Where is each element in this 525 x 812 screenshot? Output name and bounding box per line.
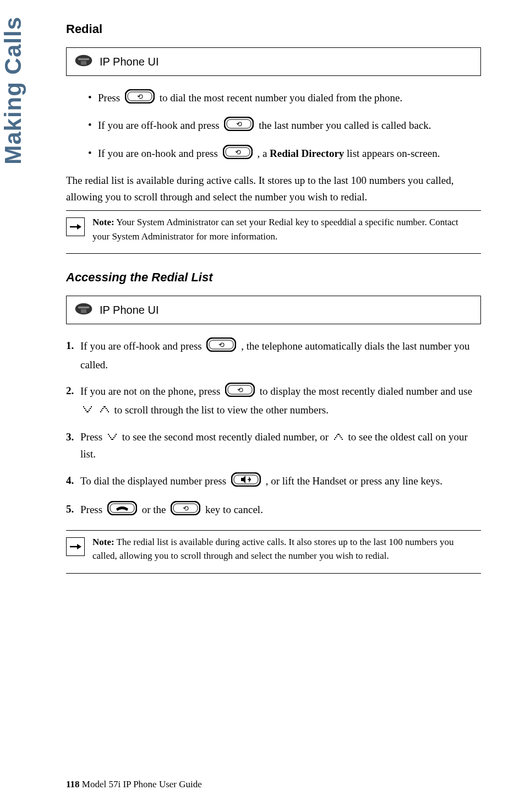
page-footer: 118 Model 57i IP Phone User Guide [66,779,202,790]
svg-rect-35 [100,411,101,412]
paragraph: The redial list is available during acti… [66,172,481,205]
text: , a [257,147,270,159]
page-number: 118 [66,779,80,789]
bullet-list: Press ⟲ to dial the most recent number y… [88,89,481,164]
text: If you are on-hook and press [98,147,218,159]
svg-rect-39 [109,435,110,437]
svg-text:⟲: ⟲ [234,148,240,156]
text: or the [142,504,169,515]
text: Press [80,431,105,443]
svg-rect-16 [81,309,86,313]
step-item: 5. Press or the ⟲ key to cancel. [66,501,481,520]
note-block: Note: Your System Administrator can set … [66,210,481,254]
text: Press [98,92,120,103]
svg-rect-26 [90,408,91,409]
text: If you are not on the phone, press [80,385,223,397]
svg-rect-27 [85,410,86,411]
text: to display the most recently dialed numb… [260,385,472,397]
note-text: Note: The redial list is available durin… [92,535,481,563]
svg-rect-49 [334,439,335,440]
svg-text:⟲: ⟲ [218,341,225,349]
text: the last number you called is called bac… [259,119,431,131]
bullet-item: If you are off-hook and press ⟲ the last… [88,117,481,135]
speaker-key-icon [231,472,261,491]
down-arrow-icon [82,402,93,418]
svg-rect-43 [111,439,113,440]
text: , or lift the Handset or press any line … [266,475,442,486]
ip-phone-ui-label: IP Phone UI [100,304,158,317]
up-arrow-icon [333,430,344,446]
redial-key-icon: ⟲ [223,145,253,164]
svg-rect-34 [107,410,108,411]
svg-rect-1 [78,58,89,60]
text: to see the second most recently dialed n… [122,431,331,443]
svg-rect-15 [78,307,89,308]
svg-rect-37 [108,434,109,435]
svg-rect-40 [114,435,116,437]
note-label: Note: [92,537,114,547]
step-number: 4. [66,472,74,488]
svg-rect-28 [89,410,90,411]
bullet-item: If you are on-hook and press ⟲ , a Redia… [88,145,481,164]
step-number: 5. [66,501,74,517]
section-title: Redial [66,22,481,36]
text: to scroll through the list to view the o… [114,404,329,416]
svg-rect-32 [106,408,107,409]
text: list appears on-screen. [344,147,440,159]
ip-phone-ui-box: IP Phone UI [66,47,481,76]
redial-key-icon: ⟲ [225,383,255,401]
redial-key-icon: ⟲ [125,89,155,108]
svg-text:⟲: ⟲ [236,120,242,128]
down-arrow-icon [107,430,118,446]
up-arrow-icon [99,402,110,418]
svg-rect-25 [84,408,85,409]
svg-rect-50 [342,439,343,440]
svg-rect-31 [102,408,103,409]
step-number: 1. [66,337,74,353]
step-item: 2. If you are not on the phone, press ⟲ … [66,383,481,419]
svg-marker-59 [77,544,81,549]
svg-marker-13 [77,224,81,230]
note-block: Note: The redial list is available durin… [66,530,481,574]
step-item: 3. Press to see the second most recently… [66,429,481,462]
svg-rect-30 [103,406,106,407]
numbered-list: 1. If you are off-hook and press ⟲ , the… [66,337,481,520]
redial-key-icon: ⟲ [171,501,200,520]
svg-rect-44 [337,434,340,435]
svg-rect-23 [83,406,84,407]
step-item: 1. If you are off-hook and press ⟲ , the… [66,337,481,373]
note-body: Your System Administrator can set your R… [92,217,458,242]
ip-phone-ui-label: IP Phone UI [100,56,158,68]
footer-text: Model 57i IP Phone User Guide [80,779,202,789]
bullet-item: Press ⟲ to dial the most recent number y… [88,89,481,108]
phone-icon [74,302,93,318]
svg-text:⟲: ⟲ [183,504,189,513]
svg-rect-24 [91,406,92,407]
side-tab-label: Making Calls [0,17,26,165]
svg-rect-2 [81,61,86,65]
subheading: Accessing the Redial List [66,270,481,285]
svg-rect-38 [116,434,117,435]
text: key to cancel. [205,504,263,515]
text: To dial the displayed number press [80,475,229,486]
note-arrow-icon [66,537,85,556]
svg-rect-47 [335,437,336,438]
text: to dial the most recent number you diale… [160,92,403,103]
svg-rect-46 [340,435,341,437]
svg-rect-41 [110,437,111,438]
redial-key-icon: ⟲ [224,117,254,135]
note-text: Note: Your System Administrator can set … [92,215,481,243]
step-number: 2. [66,383,74,399]
svg-text:⟲: ⟲ [237,386,243,394]
svg-rect-42 [113,437,114,438]
text: If you are off-hook and press [98,119,220,131]
redial-key-icon: ⟲ [206,337,236,356]
svg-rect-36 [108,411,109,412]
svg-rect-45 [336,435,337,437]
note-arrow-icon [66,217,85,236]
svg-rect-29 [86,411,89,412]
text: If you are off-hook and press [80,340,204,352]
svg-rect-33 [101,410,102,411]
ip-phone-ui-box: IP Phone UI [66,296,481,324]
note-label: Note: [92,217,114,227]
